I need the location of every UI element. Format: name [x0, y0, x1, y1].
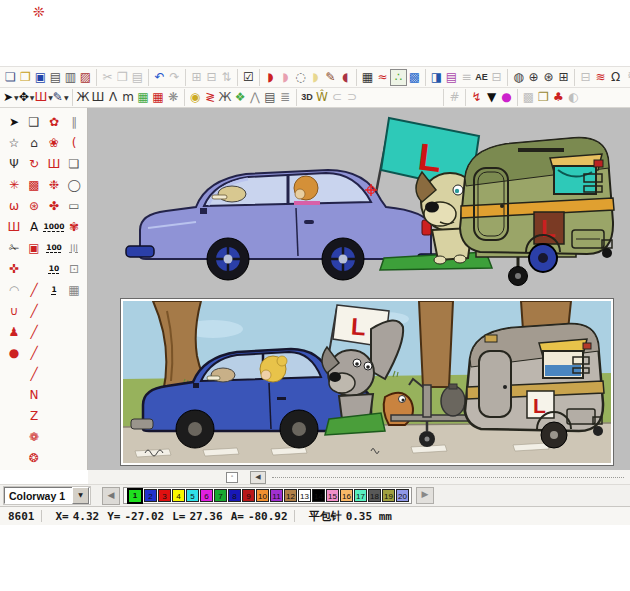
density-1-icon[interactable]: 1: [44, 279, 64, 300]
palette-color-16[interactable]: 16: [340, 489, 353, 502]
palette-color-6[interactable]: 6: [200, 489, 213, 502]
palette-color-20[interactable]: 20: [396, 489, 409, 502]
hatch-tool-icon[interactable]: Ж: [218, 89, 233, 106]
design-caravan[interactable]: L: [460, 138, 614, 272]
cluster-tool-icon[interactable]: ❖: [233, 89, 248, 106]
fill-stitch-green-icon[interactable]: ▦: [136, 89, 151, 106]
palette-prev-button[interactable]: ◀: [102, 487, 120, 505]
palette-color-11[interactable]: 11: [270, 489, 283, 502]
hoop-show-icon[interactable]: ◍: [511, 69, 526, 86]
export-folder-icon[interactable]: ❐: [536, 89, 551, 106]
wave-fill-icon[interactable]: ≈: [375, 69, 390, 86]
block-tool-icon[interactable]: ▤: [263, 89, 278, 106]
digitize-pen-icon[interactable]: ✎▼: [53, 89, 69, 106]
run-stitch-pen-icon[interactable]: ✎: [323, 69, 338, 86]
n-stitch-icon[interactable]: N: [24, 384, 44, 405]
send-to-machine-icon[interactable]: ▨: [78, 69, 93, 86]
measure-tool-icon[interactable]: Ψ: [4, 153, 24, 174]
palette-color-18[interactable]: 18: [368, 489, 381, 502]
stitch-line-5-icon[interactable]: ╱: [24, 363, 44, 384]
scroll-track[interactable]: [272, 477, 624, 478]
palette-next-button[interactable]: ▶: [416, 487, 434, 504]
stitch-ab-icon[interactable]: ≋: [593, 69, 608, 86]
palette-color-7[interactable]: 7: [214, 489, 227, 502]
satin-column-icon[interactable]: Ш: [44, 153, 64, 174]
bitmap-image-icon[interactable]: ◨: [429, 69, 444, 86]
lettering-icon[interactable]: AE: [474, 69, 489, 86]
auto-apply-check-icon[interactable]: ☑: [241, 69, 256, 86]
bud-motif-icon[interactable]: ✤: [44, 195, 64, 216]
lines-tool-icon[interactable]: ≣: [278, 89, 293, 106]
palette-color-3[interactable]: 3: [158, 489, 171, 502]
mesh-fill-icon[interactable]: ▦: [360, 69, 375, 86]
table-view-icon[interactable]: ▦: [64, 279, 84, 300]
swirl-fill-icon[interactable]: ⊛: [24, 195, 44, 216]
snip-tool-icon[interactable]: ✁: [4, 237, 24, 258]
gear-single-icon[interactable]: ❂: [24, 447, 44, 468]
new-document-icon[interactable]: ❏: [3, 69, 18, 86]
ellipse-outline-icon[interactable]: ◯: [64, 174, 84, 195]
applique-fill-icon[interactable]: ◗: [308, 69, 323, 86]
open-file-icon[interactable]: ❐: [18, 69, 33, 86]
pin-point-icon[interactable]: ✳: [4, 174, 24, 195]
undo-icon[interactable]: ↶: [152, 69, 167, 86]
z-stitch-icon[interactable]: Z: [24, 405, 44, 426]
motif-stitch-icon[interactable]: ❋: [166, 89, 181, 106]
palette-color-19[interactable]: 19: [382, 489, 395, 502]
v-stitch-icon[interactable]: Λ: [106, 89, 121, 106]
rectangle-outline-icon[interactable]: ▭: [64, 195, 84, 216]
digitize-pen-dropdown-caret-icon[interactable]: ▼: [64, 89, 69, 106]
colorway-select[interactable]: Colorway 1 ▼: [4, 487, 90, 504]
view-3d-icon[interactable]: 3D: [300, 89, 315, 106]
reference-artwork-frame[interactable]: L: [120, 298, 614, 466]
star-point-icon[interactable]: ✜: [4, 258, 24, 279]
density-100-icon[interactable]: 100: [44, 237, 64, 258]
satin-stitch-icon[interactable]: Ш: [91, 89, 106, 106]
density-10-icon[interactable]: 10: [44, 258, 64, 279]
palette-color-12[interactable]: 12: [284, 489, 297, 502]
wave-run-icon[interactable]: ω: [4, 195, 24, 216]
reshape-tool-icon[interactable]: ✥▼: [19, 89, 35, 106]
pair-view-icon[interactable]: Ω: [608, 69, 623, 86]
slant-guides-icon[interactable]: ∥: [64, 111, 84, 132]
thread-colors-icon[interactable]: ▤: [444, 69, 459, 86]
text-tool-icon[interactable]: A: [24, 216, 44, 237]
scroll-left-button[interactable]: ◀: [250, 471, 266, 484]
color-blend-icon[interactable]: ▩: [407, 69, 422, 86]
freehand-select-icon[interactable]: ☆: [4, 132, 24, 153]
fan-tool-icon[interactable]: ◠: [4, 279, 24, 300]
palette-color-14[interactable]: 14: [312, 489, 325, 502]
needle-point-icon[interactable]: ↯: [469, 89, 484, 106]
pattern-stamp-icon[interactable]: ▩: [24, 174, 44, 195]
palette-color-4[interactable]: 4: [172, 489, 185, 502]
stitch-line-1-icon[interactable]: ╱: [24, 279, 44, 300]
fill-stitch-red-icon[interactable]: ▦: [151, 89, 166, 106]
travel-grid-icon[interactable]: ⊞: [556, 69, 571, 86]
palette-color-2[interactable]: 2: [144, 489, 157, 502]
palette-color-17[interactable]: 17: [354, 489, 367, 502]
travel-segment-icon[interactable]: ⊛: [541, 69, 556, 86]
hoop-trees-icon[interactable]: ♣: [551, 89, 566, 106]
mouth-shape-icon[interactable]: ∪: [4, 300, 24, 321]
travel-start-icon[interactable]: ⊕: [526, 69, 541, 86]
select-arrow-icon[interactable]: ➤: [4, 111, 24, 132]
petal-fill-icon[interactable]: ◖: [338, 69, 353, 86]
pointer-down-icon[interactable]: ▼: [484, 89, 499, 106]
rotate-ccw-icon[interactable]: ↻: [24, 153, 44, 174]
colorway-dropdown-arrow-icon[interactable]: ▼: [72, 487, 89, 504]
outline-stitch-icon[interactable]: ◌: [293, 69, 308, 86]
stitch-line-3-icon[interactable]: ╱: [24, 321, 44, 342]
scatter-fill-icon[interactable]: ∴: [390, 69, 407, 86]
palette-color-13[interactable]: 13: [298, 489, 311, 502]
palette-color-8[interactable]: 8: [228, 489, 241, 502]
pattern-fill-icon[interactable]: ◗: [278, 69, 293, 86]
palette-color-15[interactable]: 15: [326, 489, 339, 502]
select-tool-icon[interactable]: ➤▼: [3, 89, 19, 106]
palette-color-5[interactable]: 5: [186, 489, 199, 502]
texture-view-icon[interactable]: Ŵ: [315, 89, 330, 106]
peak-tool-icon[interactable]: ⋀: [248, 89, 263, 106]
density-1000-icon[interactable]: 1000: [44, 216, 64, 237]
chart-view-icon[interactable]: ⊡: [64, 258, 84, 279]
palette-color-10[interactable]: 10: [256, 489, 269, 502]
save-file-icon[interactable]: ▣: [33, 69, 48, 86]
